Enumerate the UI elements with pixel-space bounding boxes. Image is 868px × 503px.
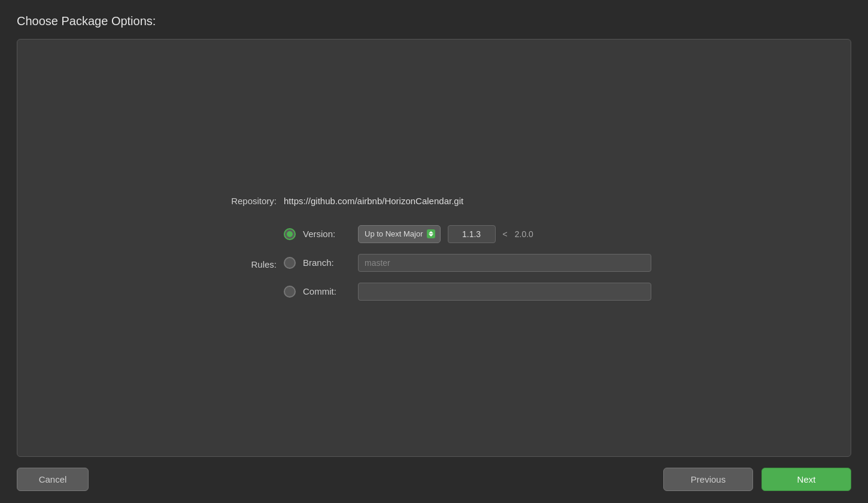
version-dropdown-text: Up to Next Major [365, 229, 423, 238]
branch-label: Branch: [303, 257, 351, 268]
bottom-bar: Cancel Previous Next [17, 468, 851, 491]
chevron-up-icon [429, 231, 433, 234]
repository-label: Repository: [217, 196, 277, 206]
commit-label: Commit: [303, 286, 351, 296]
stepper-icon[interactable] [427, 229, 435, 238]
version-dropdown[interactable]: Up to Next Major [358, 225, 441, 243]
rules-section: Rules: Version: Up to Next Major [217, 225, 651, 301]
rules-options: Version: Up to Next Major < 2.0.0 [284, 225, 651, 301]
rules-label: Rules: [217, 259, 277, 269]
main-panel: Repository: https://github.com/airbnb/Ho… [17, 39, 851, 457]
version-max-value: 2.0.0 [515, 229, 533, 239]
repository-url: https://github.com/airbnb/HorizonCalenda… [284, 196, 463, 206]
chevron-down-icon [429, 234, 433, 237]
next-button[interactable]: Next [761, 468, 851, 491]
form-area: Repository: https://github.com/airbnb/Ho… [217, 196, 651, 301]
version-radio[interactable] [284, 228, 296, 240]
page-title: Choose Package Options: [17, 14, 851, 28]
commit-radio[interactable] [284, 286, 296, 298]
branch-radio[interactable] [284, 257, 296, 269]
cancel-button[interactable]: Cancel [17, 468, 89, 491]
commit-row: Commit: [284, 283, 651, 301]
branch-row: Branch: [284, 254, 651, 272]
version-min-input[interactable] [448, 225, 496, 243]
commit-input[interactable] [358, 283, 651, 301]
less-than-symbol: < [503, 229, 508, 239]
rules-label-col: Rules: [217, 256, 277, 269]
previous-button[interactable]: Previous [663, 468, 753, 491]
version-label: Version: [303, 229, 351, 239]
right-buttons: Previous Next [663, 468, 851, 491]
branch-input[interactable] [358, 254, 651, 272]
rules-rows-col: Version: Up to Next Major < 2.0.0 [284, 225, 651, 301]
repository-row: Repository: https://github.com/airbnb/Ho… [217, 196, 463, 206]
version-row: Version: Up to Next Major < 2.0.0 [284, 225, 651, 243]
